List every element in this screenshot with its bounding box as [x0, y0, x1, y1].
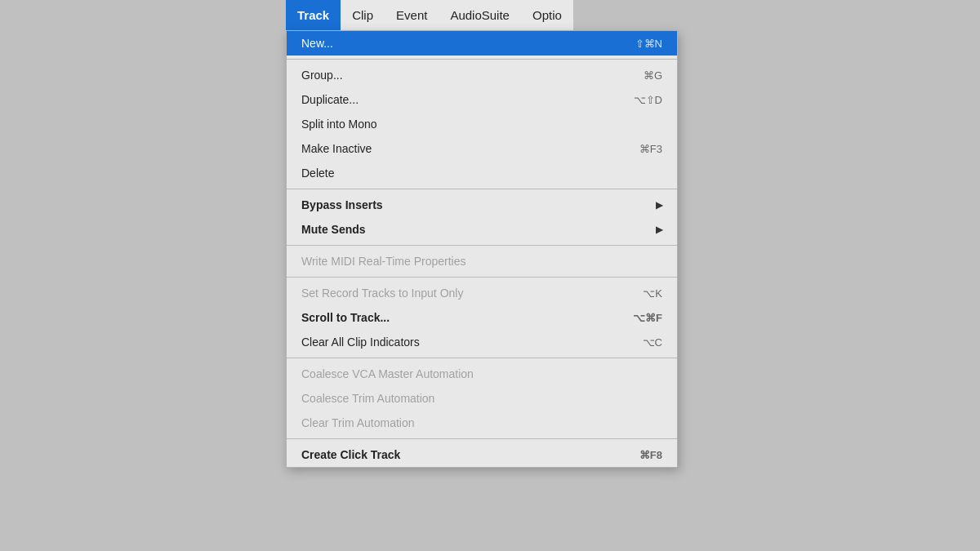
menu-separator [287, 189, 677, 189]
menu-item-label: Mute Sends [301, 223, 656, 236]
menu-bar-item-event[interactable]: Event [385, 0, 439, 30]
menu-item-label: Delete [301, 167, 662, 180]
menu-item-delete[interactable]: Delete [287, 161, 677, 185]
menu-separator [287, 277, 677, 278]
menu-item-label: Bypass Inserts [301, 198, 656, 211]
menu-item-coalesce-trim-automation: Coalesce Trim Automation [287, 386, 677, 411]
menu-item-label: Split into Mono [301, 118, 662, 131]
menu-item-set-record-tracks-to-input-only: Set Record Tracks to Input Only⌥K [287, 281, 677, 305]
menu-item-label: Coalesce VCA Master Automation [301, 367, 662, 380]
menu-item-clear-trim-automation: Clear Trim Automation [287, 411, 677, 435]
menu-item-shortcut: ⌘G [644, 69, 662, 82]
menu-item-label: Clear All Clip Indicators [301, 335, 618, 349]
menu-item-label: New... [301, 37, 611, 50]
menu-item-bypass-inserts[interactable]: Bypass Inserts▶ [287, 193, 677, 217]
menu-item-split-into-mono[interactable]: Split into Mono [287, 112, 677, 136]
menu-item-make-inactive[interactable]: Make Inactive⌘F3 [287, 136, 677, 161]
menu-item-label: Group... [301, 69, 619, 82]
menu-item-duplicate---[interactable]: Duplicate...⌥⇧D [287, 87, 677, 112]
menu-item-scroll-to-track---[interactable]: Scroll to Track...⌥⌘F [287, 305, 677, 330]
dropdown-menu: New...⇧⌘NGroup...⌘GDuplicate...⌥⇧DSplit … [286, 30, 678, 468]
menu-item-shortcut: ⌥⌘F [633, 312, 662, 324]
submenu-arrow-icon: ▶ [656, 224, 662, 235]
menu-item-label: Write MIDI Real-Time Properties [301, 255, 662, 268]
menu-item-mute-sends[interactable]: Mute Sends▶ [287, 217, 677, 242]
menu-item-label: Create Click Track [301, 448, 615, 461]
menu-separator [287, 438, 677, 439]
menu-item-label: Coalesce Trim Automation [301, 392, 662, 405]
menu-bar: TrackClipEventAudioSuiteOptio [286, 0, 573, 30]
menu-bar-item-track[interactable]: Track [286, 0, 341, 30]
menu-bar-item-optio[interactable]: Optio [521, 0, 573, 30]
menu-item-shortcut: ⌘F3 [639, 143, 662, 155]
menu-item-label: Duplicate... [301, 93, 609, 106]
menu-separator [287, 59, 677, 60]
menu-item-clear-all-clip-indicators[interactable]: Clear All Clip Indicators⌥C [287, 330, 677, 354]
menu-item-write-midi-real-time-properties: Write MIDI Real-Time Properties [287, 249, 677, 273]
menu-item-shortcut: ⌘F8 [639, 449, 662, 461]
menu-item-group---[interactable]: Group...⌘G [287, 63, 677, 87]
menu-item-create-click-track[interactable]: Create Click Track⌘F8 [287, 442, 677, 467]
menu-item-shortcut: ⇧⌘N [635, 38, 662, 50]
menu-item-label: Make Inactive [301, 142, 615, 155]
menu-item-new---[interactable]: New...⇧⌘N [287, 31, 677, 56]
menu-bar-item-clip[interactable]: Clip [341, 0, 385, 30]
menu-item-shortcut: ⌥C [643, 336, 662, 349]
menu-separator [287, 245, 677, 246]
menu-separator [287, 358, 677, 358]
submenu-arrow-icon: ▶ [656, 200, 662, 211]
menu-item-label: Set Record Tracks to Input Only [301, 287, 618, 300]
menu-item-shortcut: ⌥⇧D [634, 94, 662, 106]
menu-item-coalesce-vca-master-automation: Coalesce VCA Master Automation [287, 362, 677, 386]
menu-bar-item-audiosuite[interactable]: AudioSuite [439, 0, 521, 30]
menu-item-label: Clear Trim Automation [301, 416, 662, 429]
menu-item-label: Scroll to Track... [301, 311, 608, 324]
menu-item-shortcut: ⌥K [643, 287, 662, 300]
